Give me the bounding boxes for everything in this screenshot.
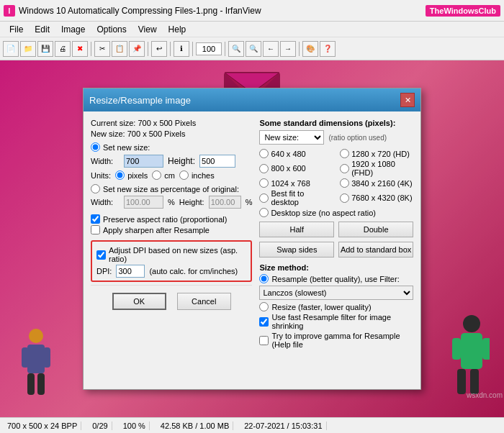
height-label: Height: bbox=[168, 156, 195, 166]
toolbar-info[interactable]: ℹ bbox=[174, 41, 189, 57]
size-method-label: Size method: bbox=[259, 263, 413, 272]
add-standard-button[interactable]: Add to standard box bbox=[338, 242, 413, 257]
current-size-value: 700 x 500 Pixels bbox=[138, 119, 196, 127]
dim-800x600[interactable]: 800 x 600 bbox=[259, 160, 333, 177]
window-title: Windows 10 Automatically Compressing Fil… bbox=[19, 6, 426, 16]
dim-3840x2160[interactable]: 3840 x 2160 (4K) bbox=[340, 178, 413, 188]
toolbar-zoom-in[interactable]: 🔍 bbox=[228, 41, 244, 57]
resample-radio[interactable]: Resample (better quality), use Filter: bbox=[259, 274, 413, 283]
dpi-input[interactable] bbox=[116, 265, 145, 278]
set-new-size-radio-row: Set new size: bbox=[91, 142, 252, 152]
width-input[interactable] bbox=[124, 155, 163, 168]
size-dropdown[interactable]: New size: bbox=[259, 130, 324, 145]
units-label: Units: bbox=[91, 171, 111, 180]
percentage-radio-row: Set new size as percentage of original: bbox=[91, 184, 252, 193]
toolbar-help[interactable]: ❓ bbox=[320, 41, 336, 57]
separator-2 bbox=[148, 42, 148, 56]
status-zoom: 100 % bbox=[120, 421, 150, 430]
swap-sides-button[interactable]: Swap sides bbox=[259, 242, 334, 257]
pct-symbol: % bbox=[168, 198, 175, 206]
dim-1280x720[interactable]: 1280 x 720 (HD) bbox=[340, 149, 413, 158]
toolbar-open[interactable]: 📁 bbox=[20, 41, 36, 57]
preserve-aspect-checkbox[interactable]: Preserve aspect ratio (proportional) bbox=[91, 214, 252, 224]
menu-options[interactable]: Options bbox=[91, 23, 132, 36]
cancel-button[interactable]: Cancel bbox=[177, 293, 231, 310]
width-field-row: Width: Height: bbox=[91, 155, 252, 168]
dim-best-fit[interactable]: Best fit to desktop bbox=[259, 189, 333, 206]
toolbar-cut[interactable]: ✂ bbox=[94, 41, 110, 57]
toolbar-color[interactable]: 🎨 bbox=[302, 41, 318, 57]
toolbar-new[interactable]: 📄 bbox=[3, 41, 19, 57]
dim-7680x4320[interactable]: 7680 x 4320 (8K) bbox=[340, 189, 413, 206]
menu-edit[interactable]: Edit bbox=[29, 23, 55, 36]
percentage-radio[interactable]: Set new size as percentage of original: bbox=[91, 184, 252, 193]
toolbar-copy[interactable]: 📋 bbox=[112, 41, 127, 57]
dialog-body: Current size: 700 x 500 Pixels New size:… bbox=[84, 111, 420, 362]
separator-3 bbox=[170, 42, 171, 56]
apply-sharpen-checkbox[interactable]: Apply sharpen after Resample bbox=[91, 225, 252, 234]
filter-dropdown[interactable]: Lanczos (slowest) bbox=[259, 286, 413, 300]
menu-help[interactable]: Help bbox=[163, 23, 192, 36]
dpi-label: DPI: bbox=[96, 267, 112, 275]
set-new-size-radio[interactable]: Set new size: bbox=[91, 142, 252, 152]
left-panel: Current size: 700 x 500 Pixels New size:… bbox=[91, 119, 252, 355]
pct-width-input bbox=[124, 196, 163, 209]
pct-width-label: Width: bbox=[91, 198, 120, 206]
toolbar-paste[interactable]: 📌 bbox=[129, 41, 145, 57]
toolbar-zoom-out[interactable]: 🔍 bbox=[246, 41, 261, 57]
pct-width-row: Width: % Height: % bbox=[91, 196, 252, 209]
ok-button[interactable]: OK bbox=[112, 293, 166, 310]
separator-5 bbox=[225, 42, 225, 56]
units-row: Units: pixels cm inches bbox=[91, 170, 252, 180]
separator-4 bbox=[192, 42, 193, 56]
half-button[interactable]: Half bbox=[259, 222, 334, 237]
dim-desktop-size[interactable]: Desktop size (no aspect ratio) bbox=[259, 208, 413, 217]
dim-640x480[interactable]: 640 x 480 bbox=[259, 149, 333, 158]
std-dims-label: Some standard dimensions (pixels): bbox=[259, 119, 413, 127]
height-input[interactable] bbox=[199, 155, 235, 168]
dialog-title-bar: Resize/Resample image ✕ bbox=[84, 88, 420, 111]
checkbox-section: Preserve aspect ratio (proportional) App… bbox=[91, 214, 252, 234]
width-label: Width: bbox=[91, 157, 120, 165]
menu-bar: File Edit Image Options View Help bbox=[0, 22, 504, 37]
toolbar-delete[interactable]: ✖ bbox=[72, 41, 88, 57]
status-datetime: 22-07-2021 / 15:03:31 bbox=[240, 421, 326, 430]
resize-radio[interactable]: Resize (faster, lower quality) bbox=[259, 302, 413, 311]
toolbar-forward[interactable]: → bbox=[280, 41, 296, 57]
dims-grid: 640 x 480 1280 x 720 (HD) 800 x 600 bbox=[259, 149, 413, 217]
pct-height-symbol: % bbox=[246, 198, 253, 206]
inches-radio[interactable]: inches bbox=[179, 170, 215, 180]
toolbar: 📄 📁 💾 🖨 ✖ ✂ 📋 📌 ↩ ℹ 🔍 🔍 ← → 🎨 ❓ bbox=[0, 37, 504, 60]
dropdown-note: (ratio option used) bbox=[328, 134, 387, 142]
menu-view[interactable]: View bbox=[132, 23, 163, 36]
title-bar: I Windows 10 Automatically Compressing F… bbox=[0, 0, 504, 22]
menu-image[interactable]: Image bbox=[55, 23, 91, 36]
toolbar-save[interactable]: 💾 bbox=[37, 41, 53, 57]
resize-dialog: Resize/Resample image ✕ Current size: 70… bbox=[83, 88, 421, 390]
dim-1920x1080[interactable]: 1920 x 1080 (FHD) bbox=[340, 160, 413, 177]
dim-1024x768[interactable]: 1024 x 768 bbox=[259, 178, 333, 188]
dropdown-row: New size: (ratio option used) bbox=[259, 130, 413, 145]
double-button[interactable]: Double bbox=[338, 222, 413, 237]
dpi-note: (auto calc. for cm/inches) bbox=[149, 267, 238, 275]
toolbar-undo[interactable]: ↩ bbox=[151, 41, 167, 57]
new-size-value: 700 x 500 Pixels bbox=[127, 129, 186, 138]
brand-logo: TheWindowsClub bbox=[426, 5, 500, 17]
zoom-input[interactable] bbox=[196, 42, 222, 55]
separator-1 bbox=[91, 42, 91, 56]
fast-resample-checkbox[interactable]: Use fast Resample filter for image shrin… bbox=[259, 313, 413, 330]
separator-6 bbox=[299, 42, 300, 56]
cm-radio[interactable]: cm bbox=[152, 170, 175, 180]
svg-text:I: I bbox=[9, 7, 11, 15]
gamma-checkbox[interactable]: Try to improve gamma for Resample (Help … bbox=[259, 332, 413, 349]
right-panel: Some standard dimensions (pixels): New s… bbox=[259, 119, 413, 355]
pixels-radio[interactable]: pixels bbox=[115, 170, 148, 180]
adjust-dpi-checkbox[interactable]: Adjust DPI based on new sizes (asp. rati… bbox=[96, 246, 246, 263]
status-dimensions: 700 x 500 x 24 BPP bbox=[4, 421, 81, 430]
toolbar-print[interactable]: 🖨 bbox=[55, 41, 71, 57]
new-size-label: New size: bbox=[91, 129, 125, 138]
dialog-close-button[interactable]: ✕ bbox=[400, 93, 415, 107]
menu-file[interactable]: File bbox=[4, 23, 29, 36]
dialog-footer: OK Cancel bbox=[91, 285, 252, 317]
toolbar-back[interactable]: ← bbox=[263, 41, 279, 57]
